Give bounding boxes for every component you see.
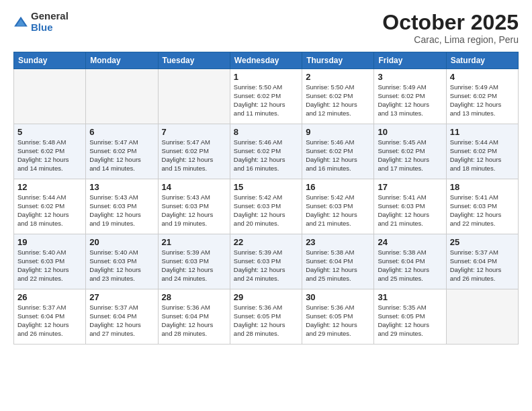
- table-row: 21Sunrise: 5:39 AMSunset: 6:03 PMDayligh…: [158, 234, 230, 289]
- day-number: 13: [89, 182, 154, 192]
- calendar-week-row: 19Sunrise: 5:40 AMSunset: 6:03 PMDayligh…: [14, 234, 519, 289]
- header-sunday: Sunday: [14, 52, 86, 69]
- table-row: 12Sunrise: 5:44 AMSunset: 6:02 PMDayligh…: [14, 179, 86, 234]
- day-number: 26: [17, 292, 82, 302]
- day-number: 24: [378, 237, 442, 247]
- header-monday: Monday: [86, 52, 158, 69]
- day-info: Sunrise: 5:36 AMSunset: 6:04 PMDaylight:…: [162, 304, 226, 338]
- day-info: Sunrise: 5:44 AMSunset: 6:02 PMDaylight:…: [450, 138, 515, 173]
- day-info: Sunrise: 5:38 AMSunset: 6:04 PMDaylight:…: [306, 248, 370, 283]
- day-info: Sunrise: 5:37 AMSunset: 6:04 PMDaylight:…: [450, 248, 515, 283]
- table-row: 15Sunrise: 5:42 AMSunset: 6:03 PMDayligh…: [230, 179, 302, 234]
- header-friday: Friday: [374, 52, 446, 69]
- day-info: Sunrise: 5:36 AMSunset: 6:05 PMDaylight:…: [306, 304, 370, 338]
- logo-text: General Blue: [31, 11, 69, 33]
- day-number: 25: [450, 237, 515, 247]
- table-row: 1Sunrise: 5:50 AMSunset: 6:02 PMDaylight…: [230, 69, 302, 124]
- day-info: Sunrise: 5:42 AMSunset: 6:03 PMDaylight:…: [234, 193, 298, 228]
- day-number: 3: [378, 72, 442, 82]
- day-number: 17: [378, 182, 442, 192]
- table-row: 18Sunrise: 5:41 AMSunset: 6:03 PMDayligh…: [446, 179, 518, 234]
- table-row: 31Sunrise: 5:35 AMSunset: 6:05 PMDayligh…: [374, 289, 446, 345]
- table-row: 27Sunrise: 5:37 AMSunset: 6:04 PMDayligh…: [86, 289, 158, 345]
- table-row: 17Sunrise: 5:41 AMSunset: 6:03 PMDayligh…: [374, 179, 446, 234]
- table-row: [446, 289, 518, 345]
- day-number: 8: [234, 127, 298, 137]
- day-info: Sunrise: 5:46 AMSunset: 6:02 PMDaylight:…: [234, 138, 298, 173]
- table-row: 20Sunrise: 5:40 AMSunset: 6:03 PMDayligh…: [86, 234, 158, 289]
- header: General Blue October 2025 Carac, Lima re…: [13, 11, 519, 45]
- table-row: [14, 69, 86, 124]
- day-info: Sunrise: 5:35 AMSunset: 6:05 PMDaylight:…: [378, 304, 442, 338]
- table-row: 23Sunrise: 5:38 AMSunset: 6:04 PMDayligh…: [302, 234, 374, 289]
- table-row: 9Sunrise: 5:46 AMSunset: 6:02 PMDaylight…: [302, 124, 374, 179]
- table-row: 10Sunrise: 5:45 AMSunset: 6:02 PMDayligh…: [374, 124, 446, 179]
- day-info: Sunrise: 5:43 AMSunset: 6:03 PMDaylight:…: [162, 193, 226, 228]
- day-number: 20: [89, 237, 154, 247]
- table-row: 7Sunrise: 5:47 AMSunset: 6:02 PMDaylight…: [158, 124, 230, 179]
- header-saturday: Saturday: [446, 52, 518, 69]
- table-row: 16Sunrise: 5:42 AMSunset: 6:03 PMDayligh…: [302, 179, 374, 234]
- calendar-week-row: 12Sunrise: 5:44 AMSunset: 6:02 PMDayligh…: [14, 179, 519, 234]
- subtitle: Carac, Lima region, Peru: [382, 34, 519, 45]
- day-number: 14: [162, 182, 226, 192]
- day-info: Sunrise: 5:48 AMSunset: 6:02 PMDaylight:…: [17, 138, 82, 173]
- header-tuesday: Tuesday: [158, 52, 230, 69]
- month-title: October 2025: [382, 11, 519, 34]
- table-row: 11Sunrise: 5:44 AMSunset: 6:02 PMDayligh…: [446, 124, 518, 179]
- day-number: 6: [89, 127, 154, 137]
- calendar-week-row: 5Sunrise: 5:48 AMSunset: 6:02 PMDaylight…: [14, 124, 519, 179]
- day-info: Sunrise: 5:39 AMSunset: 6:03 PMDaylight:…: [234, 248, 298, 283]
- header-thursday: Thursday: [302, 52, 374, 69]
- table-row: 28Sunrise: 5:36 AMSunset: 6:04 PMDayligh…: [158, 289, 230, 345]
- calendar-header-row: Sunday Monday Tuesday Wednesday Thursday…: [14, 52, 519, 69]
- day-info: Sunrise: 5:46 AMSunset: 6:02 PMDaylight:…: [306, 138, 370, 173]
- day-number: 16: [306, 182, 370, 192]
- day-number: 1: [234, 72, 298, 82]
- table-row: 26Sunrise: 5:37 AMSunset: 6:04 PMDayligh…: [14, 289, 86, 345]
- day-number: 21: [162, 237, 226, 247]
- table-row: [86, 69, 158, 124]
- day-number: 4: [450, 72, 515, 82]
- day-info: Sunrise: 5:41 AMSunset: 6:03 PMDaylight:…: [378, 193, 442, 228]
- table-row: 5Sunrise: 5:48 AMSunset: 6:02 PMDaylight…: [14, 124, 86, 179]
- day-number: 22: [234, 237, 298, 247]
- title-block: October 2025 Carac, Lima region, Peru: [382, 11, 519, 45]
- table-row: 24Sunrise: 5:38 AMSunset: 6:04 PMDayligh…: [374, 234, 446, 289]
- table-row: 30Sunrise: 5:36 AMSunset: 6:05 PMDayligh…: [302, 289, 374, 345]
- day-number: 30: [306, 292, 370, 302]
- logo-icon: [13, 15, 28, 30]
- day-info: Sunrise: 5:44 AMSunset: 6:02 PMDaylight:…: [17, 193, 82, 228]
- day-info: Sunrise: 5:45 AMSunset: 6:02 PMDaylight:…: [378, 138, 442, 173]
- day-number: 23: [306, 237, 370, 247]
- day-info: Sunrise: 5:38 AMSunset: 6:04 PMDaylight:…: [378, 248, 442, 283]
- table-row: 14Sunrise: 5:43 AMSunset: 6:03 PMDayligh…: [158, 179, 230, 234]
- day-number: 11: [450, 127, 515, 137]
- day-info: Sunrise: 5:40 AMSunset: 6:03 PMDaylight:…: [89, 248, 154, 283]
- table-row: 29Sunrise: 5:36 AMSunset: 6:05 PMDayligh…: [230, 289, 302, 345]
- day-number: 5: [17, 127, 82, 137]
- day-info: Sunrise: 5:49 AMSunset: 6:02 PMDaylight:…: [450, 83, 515, 118]
- day-info: Sunrise: 5:50 AMSunset: 6:02 PMDaylight:…: [234, 83, 298, 118]
- table-row: 19Sunrise: 5:40 AMSunset: 6:03 PMDayligh…: [14, 234, 86, 289]
- day-info: Sunrise: 5:37 AMSunset: 6:04 PMDaylight:…: [17, 304, 82, 338]
- header-wednesday: Wednesday: [230, 52, 302, 69]
- calendar-week-row: 26Sunrise: 5:37 AMSunset: 6:04 PMDayligh…: [14, 289, 519, 345]
- table-row: [158, 69, 230, 124]
- day-number: 31: [378, 292, 442, 302]
- day-number: 10: [378, 127, 442, 137]
- day-number: 29: [234, 292, 298, 302]
- day-info: Sunrise: 5:40 AMSunset: 6:03 PMDaylight:…: [17, 248, 82, 283]
- logo-blue: Blue: [31, 22, 69, 34]
- day-info: Sunrise: 5:50 AMSunset: 6:02 PMDaylight:…: [306, 83, 370, 118]
- day-number: 15: [234, 182, 298, 192]
- day-info: Sunrise: 5:41 AMSunset: 6:03 PMDaylight:…: [450, 193, 515, 228]
- calendar-week-row: 1Sunrise: 5:50 AMSunset: 6:02 PMDaylight…: [14, 69, 519, 124]
- table-row: 13Sunrise: 5:43 AMSunset: 6:03 PMDayligh…: [86, 179, 158, 234]
- table-row: 3Sunrise: 5:49 AMSunset: 6:02 PMDaylight…: [374, 69, 446, 124]
- day-info: Sunrise: 5:39 AMSunset: 6:03 PMDaylight:…: [162, 248, 226, 283]
- day-info: Sunrise: 5:47 AMSunset: 6:02 PMDaylight:…: [89, 138, 154, 173]
- page: General Blue October 2025 Carac, Lima re…: [0, 0, 532, 411]
- day-number: 18: [450, 182, 515, 192]
- day-number: 19: [17, 237, 82, 247]
